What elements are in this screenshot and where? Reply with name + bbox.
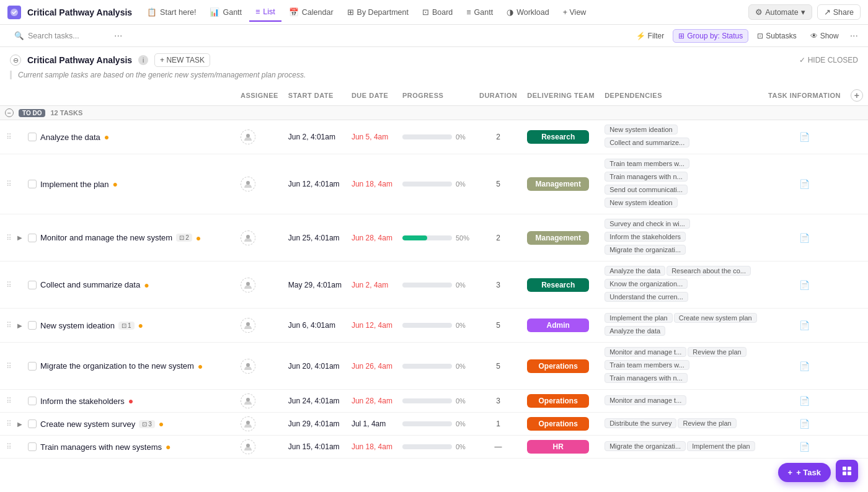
- tab-add-view-label: + View: [563, 8, 587, 17]
- drag-handle[interactable]: ⠿: [6, 397, 12, 405]
- assignee-cell: [236, 343, 283, 390]
- filter-button[interactable]: ⚡ Filter: [631, 30, 670, 42]
- task-checkbox[interactable]: [28, 234, 37, 242]
- task-checkbox[interactable]: [28, 420, 37, 428]
- grid-view-fab[interactable]: [836, 460, 858, 482]
- more-toolbar-options[interactable]: ···: [848, 29, 861, 43]
- subtask-badge[interactable]: ⊡3: [139, 420, 155, 428]
- task-doc-icon[interactable]: 📄: [799, 361, 810, 371]
- tab-gantt1[interactable]: 📊 Gantt: [203, 3, 248, 22]
- drag-handle[interactable]: ⠿: [6, 362, 12, 371]
- assignee-avatar[interactable]: [241, 439, 255, 454]
- task-checkbox[interactable]: [28, 397, 37, 405]
- project-header: ⊖ Critical Pathway Analysis i + NEW TASK…: [0, 47, 868, 71]
- assignee-avatar[interactable]: [241, 318, 255, 333]
- expand-subtasks-button[interactable]: ▶: [16, 420, 24, 428]
- automate-button[interactable]: ⚙ Automate ▾: [748, 4, 812, 20]
- team-badge: Management: [527, 177, 589, 191]
- subtask-badge[interactable]: ⊡1: [118, 322, 135, 330]
- task-doc-icon[interactable]: 📄: [799, 132, 810, 142]
- task-doc-icon[interactable]: 📄: [799, 419, 810, 429]
- dep-tag: New system ideation: [604, 198, 678, 208]
- dep-tag: Review the plan: [688, 347, 746, 357]
- add-column-button[interactable]: +: [851, 89, 863, 102]
- progress-percent: 0%: [456, 180, 466, 188]
- group-by-button[interactable]: ⊞ Group by: Status: [673, 29, 748, 43]
- task-checkbox[interactable]: [28, 321, 37, 330]
- assignee-cell: [236, 436, 283, 459]
- tab-start[interactable]: 📋 Start here!: [141, 3, 202, 22]
- tab-board[interactable]: ⊡ Board: [416, 3, 459, 22]
- task-doc-icon[interactable]: 📄: [799, 233, 810, 243]
- tab-workload[interactable]: ◑ Workload: [500, 3, 556, 22]
- task-checkbox[interactable]: [28, 133, 37, 141]
- new-task-button[interactable]: + NEW TASK: [154, 53, 210, 67]
- progress-bar-wrap: 0%: [402, 180, 469, 188]
- dep-tag: Monitor and manage t...: [604, 395, 686, 405]
- task-checkbox[interactable]: [28, 362, 37, 371]
- task-doc-icon[interactable]: 📄: [799, 280, 810, 290]
- svg-rect-11: [848, 467, 851, 470]
- deps-cell: Train team members w...Train managers wi…: [600, 154, 763, 214]
- progress-cell: 0%: [397, 120, 474, 154]
- tab-gantt2[interactable]: ≡ Gantt: [460, 3, 499, 22]
- tab-gantt2-label: Gantt: [474, 8, 494, 17]
- dep-tag: Migrate the organizati...: [604, 441, 686, 451]
- assignee-avatar[interactable]: [241, 416, 255, 431]
- board-icon: ⊡: [422, 7, 429, 17]
- assignee-avatar[interactable]: [241, 393, 255, 408]
- hide-closed-button[interactable]: ✓ HIDE CLOSED: [799, 56, 858, 64]
- collapse-section-button[interactable]: −: [5, 108, 14, 117]
- task-doc-icon[interactable]: 📄: [799, 179, 810, 189]
- progress-bar-wrap: 0%: [402, 322, 469, 329]
- assignee-avatar[interactable]: [241, 231, 255, 245]
- share-button[interactable]: ↗ Share: [817, 4, 861, 20]
- progress-bar-bg: [402, 444, 452, 449]
- tasks-count: 12 TASKS: [50, 109, 82, 116]
- show-button[interactable]: 👁 Show: [805, 30, 844, 42]
- search-box[interactable]: 🔍 Search tasks...: [7, 28, 107, 43]
- tab-department[interactable]: ⊞ By Department: [341, 3, 415, 22]
- progress-bar-wrap: 0%: [402, 443, 469, 450]
- drag-handle[interactable]: ⠿: [6, 321, 12, 330]
- assignee-avatar[interactable]: [241, 359, 255, 374]
- task-doc-icon[interactable]: 📄: [799, 442, 810, 452]
- add-task-fab[interactable]: + + Task: [778, 463, 831, 482]
- task-checkbox[interactable]: [28, 281, 37, 289]
- collapse-button[interactable]: ⊖: [10, 55, 21, 66]
- subtask-badge[interactable]: ⊡2: [176, 234, 192, 242]
- task-checkbox[interactable]: [28, 180, 37, 188]
- subtasks-button[interactable]: ⊡ Subtasks: [752, 30, 801, 42]
- more-options-button[interactable]: ···: [112, 29, 125, 43]
- task-doc-icon[interactable]: 📄: [799, 396, 810, 406]
- dep-tag: Train team members w...: [604, 159, 689, 169]
- deps-cell: Implement the planCreate new system plan…: [600, 309, 763, 343]
- info-icon[interactable]: i: [138, 55, 148, 65]
- dep-tag: Research about the co...: [666, 266, 751, 276]
- assignee-avatar[interactable]: [241, 278, 255, 292]
- drag-handle[interactable]: ⠿: [6, 180, 12, 188]
- drag-handle[interactable]: ⠿: [6, 234, 12, 242]
- assignee-avatar[interactable]: [241, 130, 255, 144]
- expand-subtasks-button[interactable]: ▶: [16, 321, 24, 330]
- drag-handle[interactable]: ⠿: [6, 133, 12, 141]
- tab-list[interactable]: ≡ List: [249, 3, 281, 22]
- task-doc-icon[interactable]: 📄: [799, 320, 810, 330]
- drag-handle[interactable]: ⠿: [6, 442, 12, 451]
- tab-calendar[interactable]: 📅 Calendar: [283, 3, 340, 22]
- expand-subtasks-button[interactable]: ▶: [16, 234, 24, 242]
- tab-list-label: List: [263, 7, 275, 16]
- tab-add-view[interactable]: + View: [557, 3, 593, 22]
- drag-handle[interactable]: ⠿: [6, 420, 12, 428]
- calendar-icon: 📅: [289, 7, 299, 17]
- drag-handle[interactable]: ⠿: [6, 281, 12, 289]
- tab-start-label: Start here!: [160, 8, 196, 17]
- department-icon: ⊞: [347, 7, 354, 17]
- task-checkbox[interactable]: [28, 442, 37, 451]
- team-badge: Research: [527, 130, 589, 144]
- due-date: Jul 1, 4am: [347, 413, 397, 436]
- start-date: Jun 2, 4:01am: [283, 120, 347, 154]
- progress-bar-wrap: 50%: [402, 234, 469, 242]
- team-cell: Operations: [522, 390, 600, 413]
- assignee-avatar[interactable]: [241, 177, 255, 191]
